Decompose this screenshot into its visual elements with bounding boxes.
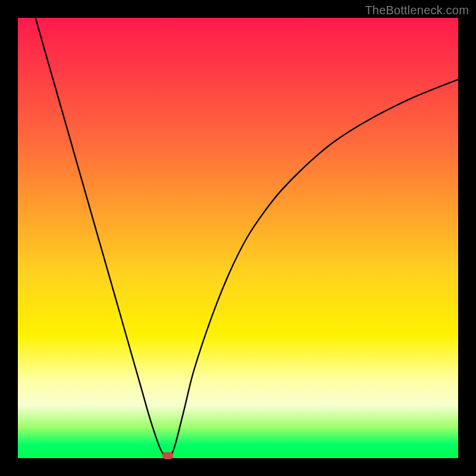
watermark-text: TheBottleneck.com	[365, 4, 469, 17]
chart-frame: TheBottleneck.com	[0, 0, 476, 476]
plot-area	[18, 18, 458, 458]
optimum-marker	[162, 452, 173, 459]
curve-svg	[18, 18, 458, 458]
